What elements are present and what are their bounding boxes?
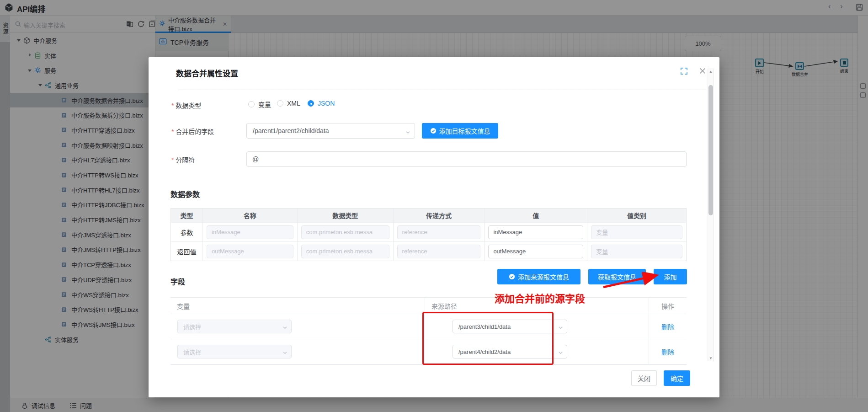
fields-table-row: 请选择 /parent4/child2/data 删除 (170, 339, 687, 364)
variable-select-placeholder: 请选择 (183, 322, 201, 331)
add-source-message-button[interactable]: 添加来源报文信息 (497, 269, 580, 284)
delete-link[interactable]: 删除 (661, 322, 674, 331)
confirm-button[interactable]: 确定 (664, 370, 690, 386)
chevron-down-icon (405, 129, 410, 136)
param-name-input (207, 225, 293, 239)
param-type: 返回值 (177, 247, 196, 256)
dialog-title: 数据合并属性设置 (176, 67, 238, 79)
param-datatype-input (301, 225, 389, 239)
source-path-select[interactable]: /parent4/child2/data (453, 345, 567, 358)
source-path-value: /parent3/child1/data (458, 323, 511, 330)
param-valuetype-input (591, 245, 682, 258)
scroll-up-icon[interactable]: ▲ (709, 70, 713, 74)
param-type: 参数 (180, 228, 193, 237)
params-table-row: 参数 (171, 222, 686, 241)
radio-dot-icon (308, 100, 314, 107)
data-type-label: 数据类型 (171, 101, 201, 110)
radio-dot-icon (277, 100, 283, 107)
add-target-message-button[interactable]: 添加目标报文信息 (422, 123, 498, 139)
radio-dot-icon (248, 101, 255, 107)
check-circle-icon (509, 273, 515, 280)
scrollbar-thumb[interactable] (708, 85, 713, 215)
data-type-radios: 变量 XML JSON (248, 100, 413, 109)
param-valuetype-input (591, 225, 682, 239)
fields-table-header: 变量 来源路径 操作 (170, 298, 687, 314)
radio-label: 变量 (258, 100, 271, 109)
radio-option[interactable]: XML (277, 100, 300, 107)
chevron-down-icon (558, 350, 563, 357)
variable-select[interactable]: 请选择 (177, 345, 292, 358)
close-button[interactable]: 关闭 (631, 370, 657, 386)
params-section-title: 数据参数 (170, 188, 200, 199)
fields-table: 变量 来源路径 操作 请选择 /parent3/child1/data (170, 297, 687, 365)
annotation-text: 添加合并前的源字段 (495, 290, 585, 305)
chevron-down-icon (282, 350, 288, 357)
close-icon[interactable] (698, 67, 707, 77)
chevron-down-icon (558, 325, 563, 332)
separator-input[interactable] (246, 151, 687, 167)
header-divider (178, 90, 706, 90)
modal-scrollbar[interactable]: ▲ ▼ (708, 69, 714, 361)
param-transfer-input (397, 225, 481, 239)
radio-label: JSON (318, 100, 335, 107)
scroll-down-icon[interactable]: ▼ (709, 356, 713, 360)
param-value-input[interactable] (488, 245, 583, 258)
merged-field-value: /parent1/parent2/child/data (253, 127, 329, 134)
app-window: API编排 ‹ › 资源 输入关键字搜索 in (0, 0, 868, 412)
merged-field-select[interactable]: /parent1/parent2/child/data (246, 123, 415, 139)
source-path-select[interactable]: /parent3/child1/data (453, 320, 567, 333)
fields-section-title: 字段 (170, 276, 185, 287)
param-name-input (207, 245, 293, 258)
separator-label: 分隔符 (171, 155, 195, 164)
variable-select-placeholder: 请选择 (183, 348, 201, 356)
fields-table-row: 请选择 /parent3/child1/data 删除 (170, 314, 687, 339)
radio-label: XML (287, 100, 300, 107)
delete-link[interactable]: 删除 (661, 347, 674, 356)
params-table: 类型 名称 数据类型 传递方式 值 值类别 参数 返回值 (170, 208, 687, 261)
check-circle-icon (430, 128, 437, 134)
get-message-button[interactable]: 获取报文信息 (588, 269, 646, 284)
param-transfer-input (397, 245, 481, 258)
params-table-row: 返回值 (171, 241, 686, 261)
radio-option[interactable]: JSON (308, 100, 335, 107)
merge-settings-dialog: 数据合并属性设置 数据类型 变量 XML JSON 合并后的字段 (149, 57, 719, 397)
fullscreen-icon[interactable] (680, 67, 688, 77)
variable-select[interactable]: 请选择 (177, 320, 292, 333)
chevron-down-icon (282, 325, 288, 332)
radio-option[interactable]: 变量 (248, 100, 271, 109)
param-datatype-input (301, 245, 389, 258)
merged-field-label: 合并后的字段 (171, 127, 214, 136)
source-path-value: /parent4/child2/data (458, 348, 511, 355)
params-table-header: 类型 名称 数据类型 传递方式 值 值类别 (171, 209, 686, 222)
add-button[interactable]: 添加 (654, 269, 687, 284)
param-value-input[interactable] (488, 225, 583, 239)
